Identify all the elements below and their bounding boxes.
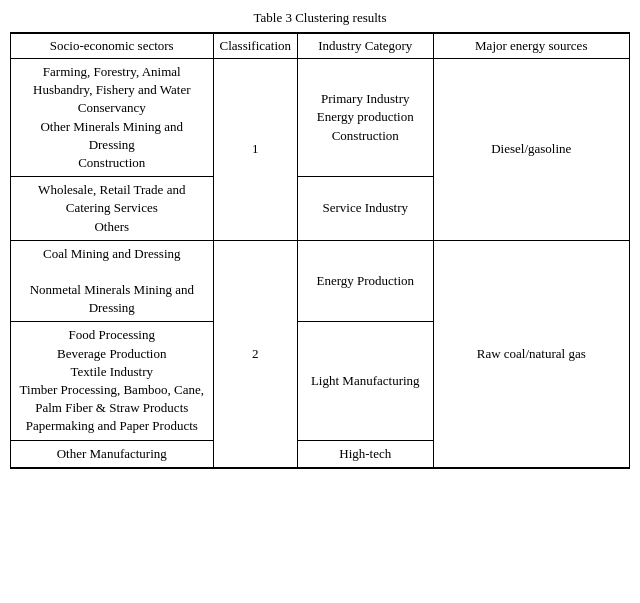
cell-energy: Diesel/gasoline [433, 59, 630, 241]
cell-industry: Energy Production [298, 240, 433, 322]
cell-industry: Primary IndustryEnergy productionConstru… [298, 59, 433, 177]
cell-sectors: Coal Mining and DressingNonmetal Mineral… [11, 240, 214, 322]
cell-industry: High-tech [298, 440, 433, 468]
cell-sectors: Wholesale, Retail Trade and Catering Ser… [11, 177, 214, 241]
clustering-table: Socio-economic sectors Classification In… [10, 32, 630, 469]
table-header-row: Socio-economic sectors Classification In… [11, 33, 630, 59]
cell-energy: Raw coal/natural gas [433, 240, 630, 468]
table-container: Table 3 Clustering results Socio-economi… [10, 10, 630, 469]
cell-classification: 1 [213, 59, 298, 241]
header-sectors: Socio-economic sectors [11, 33, 214, 59]
table-title: Table 3 Clustering results [10, 10, 630, 26]
table-row: Coal Mining and DressingNonmetal Mineral… [11, 240, 630, 322]
header-energy: Major energy sources [433, 33, 630, 59]
cell-classification: 2 [213, 240, 298, 468]
header-industry: Industry Category [298, 33, 433, 59]
cell-sectors: Farming, Forestry, Animal Husbandry, Fis… [11, 59, 214, 177]
cell-industry: Light Manufacturing [298, 322, 433, 440]
cell-sectors: Other Manufacturing [11, 440, 214, 468]
header-classification: Classification [213, 33, 298, 59]
table-row: Farming, Forestry, Animal Husbandry, Fis… [11, 59, 630, 177]
cell-industry: Service Industry [298, 177, 433, 241]
cell-sectors: Food ProcessingBeverage ProductionTextil… [11, 322, 214, 440]
